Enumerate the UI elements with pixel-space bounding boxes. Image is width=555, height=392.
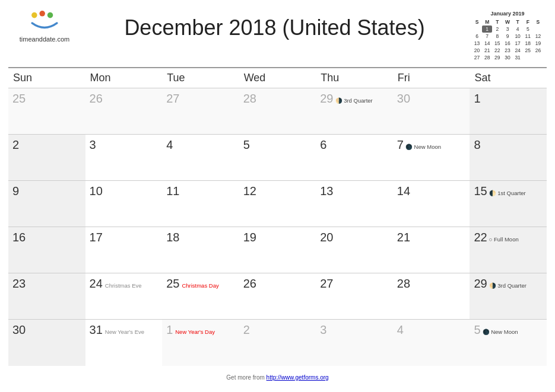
mini-cal-header: M bbox=[482, 18, 492, 26]
date-num: 1 bbox=[166, 323, 173, 337]
calendar-cell: 13 bbox=[316, 181, 393, 227]
date-number: 14 bbox=[397, 184, 466, 198]
calendar-cell: 14 bbox=[393, 181, 470, 227]
calendar-cell: 27 bbox=[316, 273, 393, 320]
mini-cal-cell: 19 bbox=[533, 40, 543, 47]
calendar-cell: 26 bbox=[85, 88, 163, 135]
mini-cal-title: January 2019 bbox=[472, 11, 543, 17]
calendar-cell: 24Christmas Eve bbox=[85, 273, 163, 320]
date-num: 26 bbox=[90, 91, 103, 106]
day-header-fri: Fri bbox=[393, 68, 470, 88]
mini-cal-cell: 20 bbox=[472, 47, 482, 54]
header: timeanddate.com December 2018 (United St… bbox=[0, 0, 555, 67]
calendar-cell: 27 bbox=[162, 88, 239, 135]
date-num: 30 bbox=[397, 91, 410, 106]
date-num: 7 bbox=[397, 138, 404, 152]
logo: timeanddate.com bbox=[12, 11, 77, 43]
calendar-cell: 30 bbox=[8, 320, 85, 366]
date-num: 23 bbox=[12, 276, 26, 291]
day-header-tue: Tue bbox=[162, 68, 239, 88]
calendar-cell: 25 bbox=[8, 88, 85, 135]
date-num: 12 bbox=[243, 184, 256, 198]
date-number: 22○ Full Moon bbox=[474, 230, 543, 244]
date-num: 28 bbox=[243, 91, 256, 106]
calendar-cell: 4 bbox=[393, 320, 470, 366]
date-number: 18 bbox=[166, 230, 235, 244]
calendar-cell: 29🌗 3rd Quarter bbox=[470, 273, 547, 320]
svg-point-1 bbox=[39, 11, 45, 17]
date-num: 18 bbox=[166, 230, 179, 244]
date-num: 29 bbox=[474, 276, 487, 291]
day-header-wed: Wed bbox=[239, 68, 316, 88]
mini-cal-cell: 21 bbox=[482, 47, 492, 54]
date-number: 11 bbox=[166, 184, 235, 198]
mini-cal-cell: 31 bbox=[513, 54, 523, 61]
date-num: 16 bbox=[12, 230, 26, 244]
mini-cal-cell: 25 bbox=[523, 47, 533, 54]
date-number: 8 bbox=[474, 138, 543, 152]
footer: Get more from http://www.getforms.org bbox=[0, 368, 555, 387]
date-number: 25Christmas Day bbox=[166, 276, 235, 291]
calendar-cell: 4 bbox=[162, 135, 239, 181]
mini-cal-cell: 30 bbox=[502, 54, 512, 61]
date-num: 8 bbox=[474, 138, 480, 152]
date-num: 27 bbox=[320, 276, 333, 291]
mini-cal-cell: 18 bbox=[523, 40, 533, 47]
calendar-cell: 20 bbox=[316, 227, 393, 273]
date-num: 15 bbox=[474, 184, 487, 198]
date-num: 6 bbox=[320, 138, 326, 152]
calendar-cell: 11 bbox=[162, 181, 239, 227]
calendar-cell: 21 bbox=[393, 227, 470, 273]
date-number: 19 bbox=[243, 230, 312, 244]
date-num: 26 bbox=[243, 276, 256, 291]
calendar-cell: 16 bbox=[8, 227, 85, 273]
mini-cal-cell: 6 bbox=[472, 33, 482, 40]
date-num: 30 bbox=[12, 323, 26, 337]
mini-cal-cell: 23 bbox=[502, 47, 512, 54]
date-number: 20 bbox=[320, 230, 389, 244]
day-header-sun: Sun bbox=[8, 68, 85, 88]
calendar-cell: 1 bbox=[470, 88, 547, 135]
holiday-label: New Year's Day bbox=[175, 329, 215, 335]
mini-cal-cell: 17 bbox=[513, 40, 523, 47]
mini-cal-cell: 24 bbox=[513, 47, 523, 54]
footer-link[interactable]: http://www.getforms.org bbox=[267, 374, 329, 381]
date-num: 22 bbox=[474, 230, 487, 244]
moon-label: 🌑 New Moon bbox=[483, 329, 518, 335]
date-num: 2 bbox=[12, 138, 19, 152]
date-num: 31 bbox=[90, 323, 103, 337]
date-number: 16 bbox=[12, 230, 81, 244]
date-number: 12 bbox=[243, 184, 312, 198]
date-number: 29🌗 3rd Quarter bbox=[474, 276, 543, 291]
mini-cal-cell: 13 bbox=[472, 40, 482, 47]
date-num: 28 bbox=[397, 276, 410, 291]
date-num: 9 bbox=[12, 184, 19, 198]
date-num: 13 bbox=[320, 184, 333, 198]
calendar-cell: 26 bbox=[239, 273, 316, 320]
calendar-cell: 5 bbox=[239, 135, 316, 181]
date-number: 2 bbox=[243, 323, 312, 337]
date-number: 1New Year's Day bbox=[166, 323, 235, 337]
mini-cal-cell: 9 bbox=[502, 33, 512, 40]
moon-label: 🌑 New Moon bbox=[405, 144, 441, 150]
mini-cal-cell: 8 bbox=[492, 33, 502, 40]
date-num: 5 bbox=[474, 323, 480, 337]
date-number: 25 bbox=[12, 91, 81, 106]
calendar-cell: 19 bbox=[239, 227, 316, 273]
date-number: 30 bbox=[397, 91, 466, 106]
mini-cal-cell: 5 bbox=[523, 26, 533, 33]
calendar-cell: 22○ Full Moon bbox=[470, 227, 547, 273]
calendar-cell: 3 bbox=[85, 135, 163, 181]
date-number: 6 bbox=[320, 138, 389, 152]
date-num: 3 bbox=[320, 323, 326, 337]
mini-cal-grid: S M T W T F S 12345678910111213141516171… bbox=[472, 18, 543, 61]
date-num: 3 bbox=[90, 138, 96, 152]
calendar-cell: 1New Year's Day bbox=[162, 320, 239, 366]
date-number: 31New Year's Eve bbox=[90, 323, 158, 337]
date-num: 11 bbox=[166, 184, 179, 198]
calendar-cell: 29🌗 3rd Quarter bbox=[316, 88, 393, 135]
date-num: 24 bbox=[90, 276, 103, 291]
date-number: 2 bbox=[12, 138, 81, 152]
date-number: 10 bbox=[90, 184, 158, 198]
date-num: 14 bbox=[397, 184, 410, 198]
